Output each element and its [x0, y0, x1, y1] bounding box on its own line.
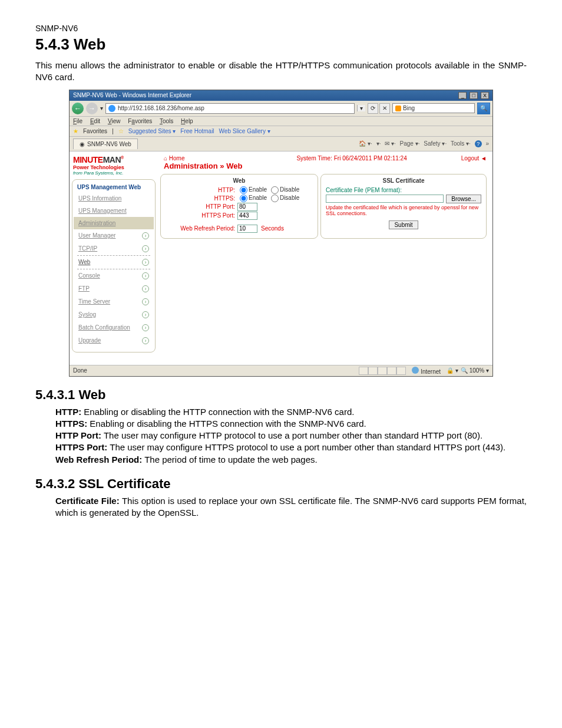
sidebar-item-label: UPS Information: [78, 195, 121, 202]
browser-tab[interactable]: ◉ SNMP-NV6 Web: [73, 139, 138, 149]
sidebar-item-label: Web: [78, 259, 90, 265]
def-term: HTTP:: [55, 407, 81, 417]
nav-dropdown-icon[interactable]: ▾: [100, 105, 103, 111]
http-enable-radio[interactable]: [240, 186, 247, 194]
ssl-note: Update the certificated file which is ge…: [322, 205, 485, 218]
content-area: Home Administration » Web System Time: F…: [158, 151, 492, 365]
def-text: The user may configure HTTP protocol to …: [101, 430, 482, 440]
sidebar-administration[interactable]: Administration: [74, 217, 154, 229]
https-port-input[interactable]: [237, 212, 257, 220]
sidebar-item-label: Upgrade: [78, 337, 101, 344]
cert-file-input[interactable]: [326, 195, 444, 203]
status-done: Done: [73, 367, 87, 374]
brand-word-2: MAN: [103, 155, 121, 164]
browse-button[interactable]: Browse...: [446, 195, 481, 203]
nav-back-button[interactable]: ←: [72, 103, 84, 114]
sidebar-tcpip[interactable]: TCP/IP›: [74, 242, 154, 255]
window-close-button[interactable]: X: [481, 92, 489, 99]
sidebar-ftp[interactable]: FTP›: [74, 282, 154, 295]
fav-link-suggested[interactable]: Suggested Sites ▾: [128, 128, 176, 134]
seconds-label: Seconds: [261, 225, 284, 232]
menu-view[interactable]: View: [108, 118, 121, 124]
cmd-safety[interactable]: Safety ▾: [424, 140, 445, 147]
refresh-button[interactable]: ⟳: [368, 103, 378, 114]
sidebar-console[interactable]: Console›: [74, 269, 154, 282]
menu-help[interactable]: Help: [181, 118, 193, 124]
sidebar-web[interactable]: Web›: [74, 256, 154, 269]
cmd-help-icon[interactable]: ?: [475, 140, 482, 147]
screenshot-ie-window: SNMP-NV6 Web - Windows Internet Explorer…: [69, 90, 493, 377]
intro-paragraph: This menu allows the administrator to en…: [35, 60, 527, 84]
refresh-input[interactable]: [237, 225, 257, 233]
https-disable-radio[interactable]: [271, 195, 279, 202]
zone-icon: [412, 367, 419, 374]
cmd-home[interactable]: 🏠 ▾: [359, 140, 371, 147]
bing-icon: [395, 106, 401, 111]
cmd-mail[interactable]: ✉ ▾: [385, 140, 394, 147]
cmd-tools[interactable]: Tools ▾: [451, 140, 469, 147]
sidebar-ups-management[interactable]: UPS Management: [74, 205, 154, 217]
sidebar-syslog[interactable]: Syslog›: [74, 308, 154, 321]
tab-bar: ◉ SNMP-NV6 Web 🏠 ▾· ▾· ✉ ▾· Page ▾· Safe…: [70, 137, 492, 151]
search-box[interactable]: Bing: [392, 103, 475, 113]
go-icon: ›: [142, 245, 149, 252]
def-term: HTTP Port:: [55, 430, 101, 440]
cmd-chevrons-icon[interactable]: »: [485, 140, 489, 147]
stop-button[interactable]: ✕: [379, 103, 390, 114]
ssl-panel: SSL Certificate Certificate File (PEM fo…: [320, 174, 487, 239]
address-bar[interactable]: http://192.168.168.236/home.asp: [105, 103, 355, 114]
sidebar-batch-config[interactable]: Batch Configuration›: [74, 321, 154, 334]
sidebar-item-label: User Manager: [78, 232, 115, 239]
heading-5432-ssl: 5.4.3.2 SSL Certificate: [35, 476, 527, 492]
def-term: Web Refresh Period:: [55, 454, 142, 465]
sidebar-time-server[interactable]: Time Server›: [74, 295, 154, 308]
address-url: http://192.168.168.236/home.asp: [118, 105, 204, 111]
favorites-label: Favorites: [83, 128, 107, 134]
http-disable-radio[interactable]: [271, 186, 279, 194]
sidebar-item-label: Time Server: [78, 298, 110, 305]
fav-link-webslice[interactable]: Web Slice Gallery ▾: [219, 128, 270, 134]
sidebar-user-manager[interactable]: User Manager›: [74, 229, 154, 242]
search-go-button[interactable]: 🔍: [477, 103, 490, 114]
sidebar-ups-information[interactable]: UPS Information: [74, 192, 154, 205]
brand-word-1: MINUTE: [73, 155, 103, 164]
sidebar-item-label: TCP/IP: [78, 245, 97, 252]
go-icon: ›: [142, 311, 149, 318]
window-maximize-button[interactable]: □: [470, 92, 478, 99]
submit-button[interactable]: Submit: [389, 220, 418, 229]
sidebar-item-label: UPS Management: [78, 207, 127, 214]
go-icon: ›: [142, 337, 149, 344]
menu-edit[interactable]: Edit: [90, 118, 100, 124]
favorites-star-icon[interactable]: ★: [73, 128, 78, 134]
https-label: HTTPS:: [162, 195, 237, 202]
sidebar: MINUTEMAN® Power Technologies from Para …: [70, 151, 158, 365]
protected-mode: 🔒 ▾: [447, 367, 458, 374]
https-enable-radio[interactable]: [240, 195, 247, 202]
suggested-icon: ☆: [118, 128, 124, 134]
cmd-feeds[interactable]: ▾: [376, 140, 379, 147]
menu-favorites[interactable]: Favorites: [128, 118, 152, 124]
nav-forward-button[interactable]: →: [86, 103, 98, 114]
logout-link[interactable]: Logout: [461, 155, 487, 162]
window-titlebar: SNMP-NV6 Web - Windows Internet Explorer…: [70, 90, 492, 101]
fav-link-hotmail[interactable]: Free Hotmail: [180, 128, 214, 134]
heading-5431-web: 5.4.3.1 Web: [35, 387, 527, 403]
system-time: System Time: Fri 06/24/2011 PM 02:11:24: [296, 155, 406, 162]
zoom-level[interactable]: 🔍 100% ▾: [461, 367, 489, 374]
breadcrumb-home[interactable]: Home: [164, 155, 242, 162]
refresh-label: Web Refresh Period:: [162, 225, 237, 232]
status-panes: [359, 367, 406, 375]
window-minimize-button[interactable]: _: [458, 92, 467, 99]
menu-file[interactable]: File: [73, 118, 82, 124]
go-icon: ›: [142, 324, 149, 331]
sidebar-upgrade[interactable]: Upgrade›: [74, 334, 154, 347]
brand-logo: MINUTEMAN® Power Technologies from Para …: [70, 151, 158, 177]
menu-tools[interactable]: Tools: [160, 118, 173, 124]
heading-543-web: 5.4.3 Web: [35, 35, 527, 54]
cmd-page[interactable]: Page ▾: [400, 140, 418, 147]
search-placeholder: Bing: [403, 105, 415, 111]
sidebar-item-label: FTP: [78, 285, 90, 292]
address-dropdown-icon[interactable]: ▾: [357, 105, 365, 111]
web-panel: Web HTTP: Enable Disable HTTPS: Enable D…: [160, 174, 318, 239]
http-port-input[interactable]: [237, 203, 257, 211]
